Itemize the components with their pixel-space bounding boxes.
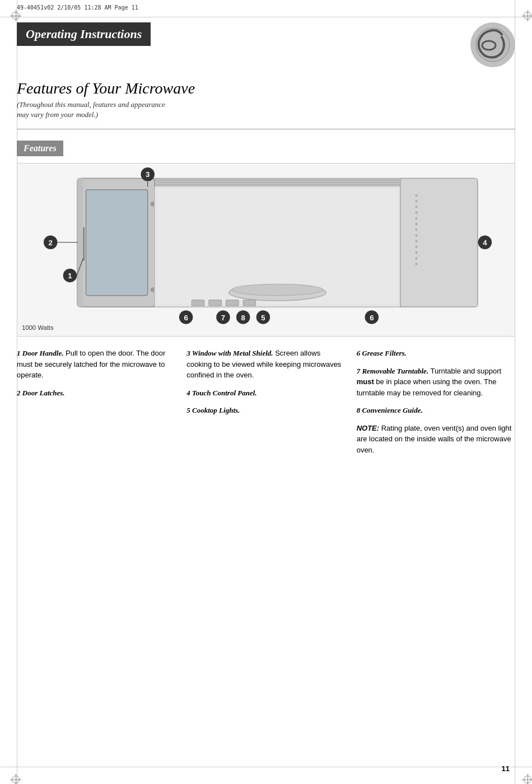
feature-item-5: 5 Cooktop Lights. bbox=[186, 405, 345, 416]
svg-text:3: 3 bbox=[146, 171, 150, 179]
svg-point-23 bbox=[415, 200, 417, 203]
feature-name-2: Door Latches. bbox=[22, 389, 65, 397]
feature-item-7: 7 Removable Turntable. Turntable and sup… bbox=[357, 366, 515, 399]
note-text: Rating plate, oven vent(s) and oven ligh… bbox=[357, 424, 512, 454]
feature-name-1: Door Handle. bbox=[22, 349, 64, 357]
svg-point-30 bbox=[415, 240, 417, 242]
svg-text:2: 2 bbox=[49, 239, 53, 247]
feature-num-5: 5 bbox=[186, 406, 192, 414]
svg-rect-8 bbox=[86, 190, 147, 296]
feature-name-3: Window with Metal Shield. bbox=[192, 349, 273, 357]
svg-text:5: 5 bbox=[261, 314, 265, 322]
svg-rect-17 bbox=[209, 300, 221, 306]
feature-num-1: 1 bbox=[17, 349, 22, 357]
feature-item-4: 4 Touch Control Panel. bbox=[186, 388, 345, 399]
svg-point-34 bbox=[415, 263, 417, 265]
svg-text:7: 7 bbox=[221, 314, 225, 322]
feature-item-3: 3 Window with Metal Shield. Screen allow… bbox=[186, 348, 345, 381]
trim-line-top bbox=[0, 17, 532, 17]
svg-point-22 bbox=[415, 194, 417, 197]
feature-num-3: 3 bbox=[186, 349, 192, 357]
must-text: must bbox=[357, 377, 374, 386]
svg-point-29 bbox=[415, 235, 417, 237]
page-subtitle: (Throughout this manual, features and ap… bbox=[17, 100, 515, 120]
svg-point-15 bbox=[232, 284, 323, 296]
note-section: NOTE: Rating plate, oven vent(s) and ove… bbox=[357, 423, 515, 456]
svg-rect-20 bbox=[400, 179, 478, 307]
feature-num-4: 4 bbox=[186, 389, 192, 397]
features-section-header: Features bbox=[17, 129, 515, 163]
svg-rect-35 bbox=[77, 179, 83, 307]
note-label: NOTE: bbox=[357, 424, 379, 432]
features-label: Features bbox=[17, 141, 63, 156]
feature-item-8: 8 Convenience Guide. bbox=[357, 405, 515, 416]
svg-text:6: 6 bbox=[184, 314, 188, 322]
svg-point-25 bbox=[415, 212, 417, 214]
svg-rect-18 bbox=[226, 300, 239, 306]
feature-num-2: 2 bbox=[17, 389, 22, 397]
features-col-1: 1 Door Handle. Pull to open the door. Th… bbox=[17, 348, 175, 462]
svg-rect-19 bbox=[243, 300, 255, 306]
svg-point-32 bbox=[415, 251, 417, 254]
feature-name-7: Removable Turntable. bbox=[362, 367, 428, 375]
feature-item-2: 2 Door Latches. bbox=[17, 388, 175, 399]
svg-point-27 bbox=[415, 223, 417, 225]
feature-name-4: Touch Control Panel. bbox=[192, 389, 256, 397]
page-number: 11 bbox=[502, 764, 510, 773]
svg-text:8: 8 bbox=[241, 314, 245, 322]
svg-point-28 bbox=[415, 229, 417, 231]
op-instructions-header: Operating Instructions bbox=[17, 22, 151, 46]
svg-rect-16 bbox=[192, 300, 204, 306]
svg-text:4: 4 bbox=[483, 239, 487, 247]
feature-num-7: 7 bbox=[357, 367, 362, 375]
file-header: 49-40451v02 2/10/05 11:28 AM Page 11 bbox=[17, 4, 138, 11]
feature-num-8: 8 bbox=[357, 406, 362, 414]
svg-point-33 bbox=[415, 258, 417, 260]
microwave-diagram: 1 2 3 4 5 6 6 7 bbox=[17, 163, 515, 337]
op-instructions-title: Operating Instructions bbox=[26, 27, 142, 41]
page-title: Features of Your Microwave bbox=[17, 80, 515, 97]
svg-point-24 bbox=[415, 206, 417, 208]
features-col-3: 6 Grease Filters. 7 Removable Turntable.… bbox=[357, 348, 515, 462]
feature-item-1: 1 Door Handle. Pull to open the door. Th… bbox=[17, 348, 175, 381]
features-col-2: 3 Window with Metal Shield. Screen allow… bbox=[186, 348, 345, 462]
feature-name-6: Grease Filters. bbox=[362, 349, 406, 357]
svg-point-26 bbox=[415, 217, 417, 220]
feature-num-6: 6 bbox=[357, 349, 362, 357]
svg-text:1: 1 bbox=[68, 272, 72, 280]
page-content: Operating Instructions Features of Your … bbox=[17, 22, 515, 767]
svg-point-31 bbox=[415, 246, 417, 248]
feature-item-6: 6 Grease Filters. bbox=[357, 348, 515, 359]
svg-text:1000 Watts: 1000 Watts bbox=[22, 324, 54, 331]
title-section: Features of Your Microwave (Throughout t… bbox=[17, 80, 515, 120]
features-list: 1 Door Handle. Pull to open the door. Th… bbox=[17, 348, 515, 462]
svg-text:6: 6 bbox=[370, 314, 374, 322]
feature-name-8: Convenience Guide. bbox=[362, 406, 422, 414]
feature-name-5: Cooktop Lights. bbox=[192, 406, 240, 414]
